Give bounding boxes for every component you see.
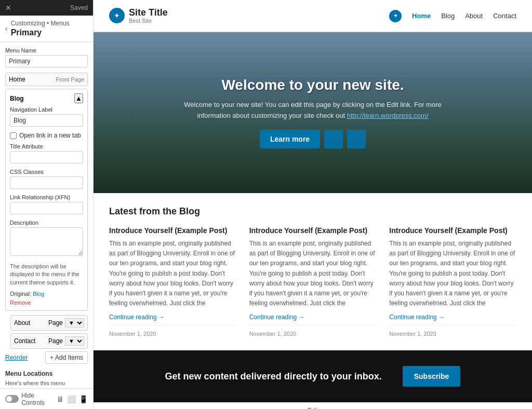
nav-label-label: Navigation Label [10, 106, 83, 113]
site-header: ✦ Site Title Best Site ✦ Home Blog About… [94, 0, 532, 32]
post-2-continue[interactable]: Continue reading → [249, 313, 377, 325]
nav-label-group: Navigation Label [10, 106, 83, 127]
view-icons-group: 🖥 ⬜ 📱 [57, 395, 88, 403]
hero-button-3[interactable] [347, 130, 366, 148]
description-group: Description [10, 220, 83, 257]
panel-bottom: Hide Controls 🖥 ⬜ 📱 [0, 388, 93, 409]
newsletter-section: Get new content delivered directly to yo… [94, 350, 532, 402]
title-attr-label: Title Attribute [10, 143, 83, 149]
edit-label[interactable]: Edit [308, 407, 318, 409]
nav-about[interactable]: About [465, 12, 483, 20]
menu-locations-desc: Here's where this menu appears. If you'd… [5, 379, 88, 388]
blog-item-header: Blog ▲ [10, 93, 83, 103]
close-icon[interactable]: ✕ [5, 4, 11, 12]
post-2-excerpt: This is an example post, originally publ… [249, 239, 377, 308]
site-subtitle: Best Site [129, 18, 168, 24]
contact-item-label: Contact [14, 337, 35, 345]
site-logo: ✦ Site Title Best Site [109, 8, 168, 24]
panel-topbar: ✕ Saved [0, 0, 93, 16]
back-arrow-icon[interactable]: ‹ [5, 24, 8, 33]
about-item-type: Page [48, 319, 63, 326]
about-item-right: Page ▼ [48, 318, 84, 328]
mobile-view-icon[interactable]: 📱 [79, 395, 88, 403]
about-item-label: About [14, 319, 30, 326]
nav-blog[interactable]: Blog [441, 12, 455, 20]
contact-item-select[interactable]: ▼ [65, 336, 84, 346]
learn-more-button[interactable]: Learn more [260, 130, 320, 148]
hide-controls-row: Hide Controls [5, 392, 57, 406]
remove-link[interactable]: Remove [10, 299, 31, 306]
breadcrumb: Customizing • Menus [11, 20, 70, 27]
nav-compass-icon: ✦ [389, 10, 402, 22]
description-label: Description [10, 220, 83, 226]
add-items-label: Add Items [55, 354, 83, 361]
description-note: The description will be displayed in the… [10, 263, 83, 287]
original-link[interactable]: Blog [33, 291, 44, 297]
open-new-tab-checkbox[interactable] [10, 132, 17, 139]
menu-item-blog-expanded: Blog ▲ Navigation Label Open link in a n… [5, 89, 88, 311]
menu-name-input[interactable] [5, 55, 88, 67]
hero-section: Welcome to your new site. Welcome to you… [94, 32, 532, 193]
post-1-date: November 1, 2020 [109, 331, 156, 337]
title-attr-group: Title Attribute [10, 143, 83, 163]
home-item-label: Home [9, 76, 25, 83]
post-2-date: November 1, 2020 [249, 331, 297, 337]
nav-label-input[interactable] [10, 114, 83, 127]
home-item-type: Front Page [56, 76, 84, 83]
menu-name-group: Menu Name [5, 47, 88, 67]
hide-controls-toggle[interactable] [5, 395, 19, 403]
blog-section-title: Latest from the Blog [109, 206, 516, 217]
hero-heading: Welcome to your new site. [221, 77, 404, 93]
tablet-view-icon[interactable]: ⬜ [67, 395, 76, 403]
logo-icon: ✦ [109, 8, 125, 23]
blog-item-name: Blog [10, 95, 24, 102]
menu-item-contact: Contact Page ▼ [10, 333, 88, 349]
menu-item-about: About Page ▼ [10, 315, 88, 331]
post-2-title: Introduce Yourself (Example Post) [249, 226, 377, 235]
hero-button-2[interactable] [324, 130, 343, 148]
post-3-excerpt: This is an example post, originally publ… [389, 239, 516, 308]
link-rel-input[interactable] [10, 202, 83, 214]
post-1-continue[interactable]: Continue reading → [109, 313, 236, 325]
blog-collapse-button[interactable]: ▲ [74, 93, 83, 103]
breadcrumb-area: ‹ Customizing • Menus Primary [0, 16, 93, 42]
nav-contact[interactable]: Contact [493, 12, 516, 20]
hero-buttons: Learn more [260, 130, 366, 148]
blog-card-2: Introduce Yourself (Example Post) This i… [249, 226, 377, 337]
site-preview: ✦ Site Title Best Site ✦ Home Blog About… [94, 0, 532, 409]
hero-body: Welcome to your new site! You can edit t… [183, 100, 443, 121]
css-classes-input[interactable] [10, 176, 83, 189]
css-classes-label: CSS Classes [10, 169, 83, 175]
open-new-tab-row: Open link in a new tab [10, 132, 83, 139]
blog-grid: Introduce Yourself (Example Post) This i… [109, 226, 516, 337]
saved-status: Saved [70, 4, 88, 11]
title-attr-input[interactable] [10, 151, 83, 163]
reorder-button[interactable]: Reorder [5, 354, 28, 361]
menu-item-home: Home Front Page [5, 73, 88, 86]
post-3-continue[interactable]: Continue reading → [389, 313, 516, 325]
hide-controls-label: Hide Controls [21, 392, 57, 406]
reorder-add-row: Reorder + Add Items [5, 351, 88, 364]
add-items-button[interactable]: + Add Items [45, 351, 88, 364]
description-textarea[interactable] [10, 227, 83, 256]
plus-icon: + [50, 354, 54, 361]
subscribe-button[interactable]: Subscribe [403, 366, 461, 387]
blog-card-1: Introduce Yourself (Example Post) This i… [109, 226, 236, 337]
footer-bar: Edit [94, 402, 532, 409]
link-rel-group: Link Relationship (XFN) [10, 194, 83, 214]
customizer-panel: ✕ Saved ‹ Customizing • Menus Primary Me… [0, 0, 94, 409]
post-3-title: Introduce Yourself (Example Post) [389, 226, 516, 235]
nav-home[interactable]: Home [412, 12, 431, 20]
newsletter-text: Get new content delivered directly to yo… [165, 370, 382, 383]
link-rel-label: Link Relationship (XFN) [10, 194, 83, 200]
panel-scroll-area: Menu Name Home Front Page Blog ▲ Navigat… [0, 42, 93, 388]
site-title: Site Title [129, 8, 168, 18]
logo-text: Site Title Best Site [129, 8, 168, 24]
desktop-view-icon[interactable]: 🖥 [57, 395, 64, 403]
contact-item-type: Page [48, 337, 63, 345]
original-link-row: Original: Blog [10, 291, 83, 297]
about-item-select[interactable]: ▼ [65, 318, 84, 328]
hero-link[interactable]: http://learn.wordpress.com/ [347, 112, 429, 119]
blog-card-3: Introduce Yourself (Example Post) This i… [389, 226, 516, 337]
open-new-tab-label: Open link in a new tab [19, 132, 81, 139]
